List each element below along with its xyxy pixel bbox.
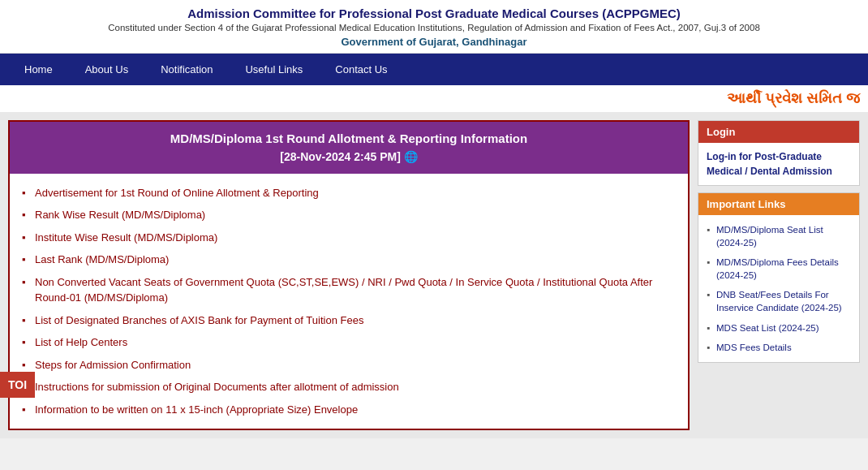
link-advertisement[interactable]: Advertisement for 1st Round of Online Al… bbox=[35, 187, 319, 199]
link-axis-bank[interactable]: List of Designated Branches of AXIS Bank… bbox=[35, 314, 363, 326]
list-item: DNB Seat/Fees Details For Inservice Cand… bbox=[707, 285, 851, 317]
list-item: Non Converted Vacant Seats of Government… bbox=[22, 271, 676, 309]
nav-useful-links[interactable]: Useful Links bbox=[229, 54, 319, 85]
important-links-header: Important Links bbox=[698, 193, 859, 215]
link-dnb-seat[interactable]: DNB Seat/Fees Details For Inservice Cand… bbox=[716, 290, 842, 313]
list-item: MD/MS/Diploma Seat List (2024-25) bbox=[707, 220, 851, 252]
gov-title: Government of Gujarat, Gandhinagar bbox=[16, 36, 852, 48]
main-panel-body: Advertisement for 1st Round of Online Al… bbox=[10, 174, 688, 429]
list-item: Steps for Admission Confirmation bbox=[22, 354, 676, 377]
panel-title-datetime: [28-Nov-2024 2:45 PM] 🌐 bbox=[22, 149, 676, 166]
marquee-bar: આર્થી પ્રવેશ સમિત જ bbox=[0, 85, 868, 112]
login-header: Login bbox=[698, 121, 859, 143]
sidebar: Login Log-in for Post-Graduate Medical /… bbox=[698, 120, 860, 430]
emoji-icon: 🌐 bbox=[404, 150, 418, 163]
login-body: Log-in for Post-Graduate Medical / Denta… bbox=[698, 143, 859, 185]
main-panel-header: MD/MS/Diploma 1st Round Allotment & Repo… bbox=[10, 122, 688, 174]
nav-notification[interactable]: Notification bbox=[144, 54, 229, 85]
sidebar-important-links: Important Links MD/MS/Diploma Seat List … bbox=[698, 192, 860, 363]
nav-about[interactable]: About Us bbox=[69, 54, 144, 85]
list-item: MDS Fees Details bbox=[707, 338, 851, 357]
panel-title-line1: MD/MS/Diploma 1st Round Allotment & Repo… bbox=[22, 130, 676, 149]
link-help-centers[interactable]: List of Help Centers bbox=[35, 336, 127, 348]
list-item: Last Rank (MD/MS/Diploma) bbox=[22, 248, 676, 271]
link-institute-wise[interactable]: Institute Wise Result (MD/MS/Diploma) bbox=[35, 231, 217, 244]
list-item: MDS Seat List (2024-25) bbox=[707, 318, 851, 338]
link-original-docs[interactable]: Instructions for submission of Original … bbox=[35, 381, 399, 393]
link-admission-confirmation[interactable]: Steps for Admission Confirmation bbox=[35, 359, 191, 371]
link-seat-list[interactable]: MD/MS/Diploma Seat List (2024-25) bbox=[716, 225, 823, 248]
list-item: Information to be written on 11 x 15-inc… bbox=[22, 399, 676, 421]
sidebar-login-box: Login Log-in for Post-Graduate Medical /… bbox=[698, 120, 860, 186]
important-links-list: MD/MS/Diploma Seat List (2024-25) MD/MS/… bbox=[707, 220, 851, 357]
list-item: Instructions for submission of Original … bbox=[22, 376, 676, 399]
marquee-text: આર્થી પ્રવેશ સમિત જ bbox=[727, 90, 860, 107]
list-item: Institute Wise Result (MD/MS/Diploma) bbox=[22, 226, 676, 249]
list-item: MD/MS/Diploma Fees Details (2024-25) bbox=[707, 252, 851, 285]
list-item: Advertisement for 1st Round of Online Al… bbox=[22, 182, 676, 205]
sub-title: Constituted under Section 4 of the Gujar… bbox=[16, 23, 852, 32]
important-links-body: MD/MS/Diploma Seat List (2024-25) MD/MS/… bbox=[698, 215, 859, 362]
main-panel: MD/MS/Diploma 1st Round Allotment & Repo… bbox=[8, 120, 690, 430]
list-item: Rank Wise Result (MD/MS/Diploma) bbox=[22, 204, 676, 226]
links-list: Advertisement for 1st Round of Online Al… bbox=[22, 182, 676, 421]
nav-contact[interactable]: Contact Us bbox=[319, 54, 403, 85]
content-wrapper: MD/MS/Diploma 1st Round Allotment & Repo… bbox=[0, 112, 868, 438]
list-item: List of Help Centers bbox=[22, 331, 676, 354]
navbar: Home About Us Notification Useful Links … bbox=[0, 54, 868, 85]
login-link[interactable]: Log-in for Post-Graduate Medical / Denta… bbox=[707, 151, 832, 177]
link-mds-fees[interactable]: MDS Fees Details bbox=[716, 343, 792, 352]
main-title: Admission Committee for Professional Pos… bbox=[16, 6, 852, 20]
nav-home[interactable]: Home bbox=[8, 54, 69, 85]
link-rank-wise[interactable]: Rank Wise Result (MD/MS/Diploma) bbox=[35, 209, 205, 221]
link-non-converted[interactable]: Non Converted Vacant Seats of Government… bbox=[35, 276, 652, 304]
link-last-rank[interactable]: Last Rank (MD/MS/Diploma) bbox=[35, 253, 169, 265]
toi-badge[interactable]: TOI bbox=[0, 372, 35, 398]
list-item: List of Designated Branches of AXIS Bank… bbox=[22, 309, 676, 332]
link-fees-details[interactable]: MD/MS/Diploma Fees Details (2024-25) bbox=[716, 257, 839, 280]
link-mds-seat[interactable]: MDS Seat List (2024-25) bbox=[716, 323, 819, 333]
top-header: Admission Committee for Professional Pos… bbox=[0, 0, 868, 54]
link-envelope-info[interactable]: Information to be written on 11 x 15-inc… bbox=[35, 403, 358, 416]
